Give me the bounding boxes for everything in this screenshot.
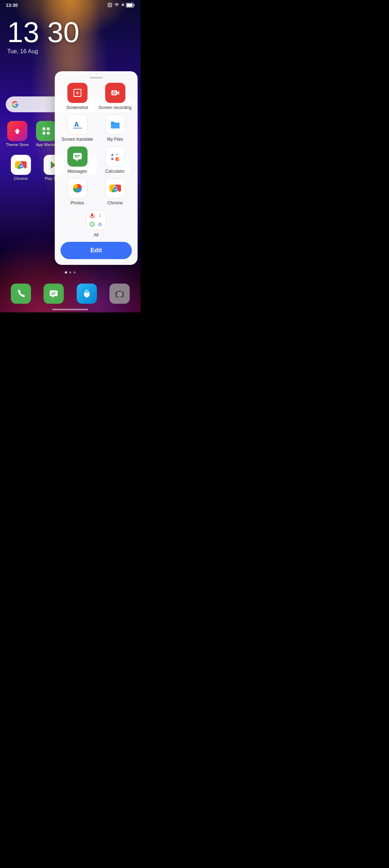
svg-rect-8: [43, 132, 45, 135]
svg-point-60: [114, 187, 117, 190]
popup-screenshot[interactable]: Screenshot: [61, 83, 94, 110]
all-label: All: [94, 232, 98, 238]
svg-rect-5: [15, 132, 19, 133]
chrome-icon: [11, 155, 31, 175]
svg-rect-61: [91, 213, 93, 217]
svg-rect-23: [51, 294, 55, 295]
svg-point-25: [85, 290, 88, 293]
all-icon: ⠿ G: [86, 210, 106, 230]
status-bar: 13:30 ✕: [0, 0, 140, 10]
svg-rect-9: [47, 132, 50, 135]
calculator-icon: + − × =: [105, 146, 125, 167]
myfiles-icon: [105, 114, 125, 135]
svg-point-1: [109, 4, 111, 6]
status-icons: ✕: [107, 3, 135, 8]
svg-text:⠿: ⠿: [98, 213, 102, 218]
translate-label: Screen translate: [62, 137, 93, 142]
battery-icon: [126, 3, 135, 8]
chrome-popup-label: Chrome: [107, 200, 123, 205]
phone-icon: [11, 284, 31, 304]
dock: [4, 284, 136, 305]
messages-popup-icon: [67, 146, 88, 167]
svg-rect-51: [75, 155, 80, 156]
nfc-icon: [107, 3, 112, 8]
popup-photos[interactable]: Photos: [61, 178, 94, 205]
clock-date: Tue, 16 Aug: [7, 48, 79, 55]
svg-text:A: A: [74, 121, 79, 128]
app-chrome[interactable]: Chrome: [8, 155, 34, 181]
svg-point-29: [121, 292, 122, 293]
dot-1: [69, 271, 71, 273]
svg-rect-49: [73, 153, 82, 159]
wifi-icon: [114, 3, 120, 8]
dot-0: [65, 271, 67, 273]
translate-icon: A: [67, 114, 88, 135]
calculator-label: Calculator: [105, 169, 125, 174]
google-logo: [12, 101, 19, 108]
x-icon: ✕: [121, 3, 125, 8]
recording-icon: [105, 83, 125, 103]
clock-area: 13 30 Tue, 16 Aug: [7, 18, 79, 55]
popup-myfiles[interactable]: My Files: [98, 114, 132, 142]
screenshot-icon: [67, 83, 88, 103]
svg-rect-3: [134, 4, 135, 6]
clock-display: 13 30: [7, 18, 79, 47]
theme-store-label: Theme Store: [6, 143, 29, 147]
home-indicator: [52, 309, 88, 310]
edit-button[interactable]: Edit: [61, 242, 132, 259]
messages-popup-label: Messages: [67, 169, 87, 174]
svg-rect-52: [75, 157, 79, 157]
svg-rect-22: [51, 293, 56, 293]
svg-marker-21: [52, 296, 54, 298]
app-theme-store[interactable]: Theme Store: [4, 121, 30, 147]
svg-text:G: G: [98, 222, 102, 227]
popup-handle: [90, 77, 103, 78]
dot-2: [73, 271, 76, 273]
popup-all-section: ⠿ G All: [61, 210, 132, 238]
dock-messages[interactable]: [41, 284, 67, 305]
svg-text:×: ×: [111, 156, 114, 162]
popup-panel: Screenshot Screen recording A: [55, 71, 138, 265]
dock-camera[interactable]: [107, 284, 133, 305]
messages-dock-icon: [44, 284, 64, 304]
status-time: 13:30: [6, 3, 18, 8]
popup-calculator[interactable]: + − × = Calculator: [98, 146, 132, 174]
camera-icon: [109, 284, 130, 304]
svg-marker-50: [75, 159, 77, 162]
svg-marker-14: [51, 161, 54, 168]
app-market-label: App Market: [36, 143, 56, 147]
svg-rect-7: [47, 127, 50, 130]
myfiles-label: My Files: [107, 137, 123, 142]
popup-messages[interactable]: Messages: [61, 146, 94, 174]
chrome-popup-icon: [105, 178, 125, 198]
browser-icon: [77, 284, 97, 304]
svg-rect-4: [127, 4, 133, 7]
svg-point-65: [91, 223, 92, 224]
photos-label: Photos: [71, 200, 84, 205]
popup-chrome[interactable]: Chrome: [98, 178, 132, 205]
svg-rect-6: [43, 127, 45, 130]
popup-translate[interactable]: A Screen translate: [61, 114, 94, 142]
popup-grid: Screenshot Screen recording A: [61, 83, 132, 206]
svg-point-28: [119, 293, 121, 295]
app-market-icon: [36, 121, 56, 141]
chrome-label: Chrome: [14, 176, 28, 181]
all-apps-item[interactable]: ⠿ G All: [86, 210, 106, 238]
svg-point-12: [19, 163, 22, 166]
svg-text:=: =: [117, 156, 120, 162]
dock-browser[interactable]: [74, 284, 100, 305]
photos-icon: [67, 178, 88, 198]
page-dots: [65, 271, 76, 273]
screenshot-label: Screenshot: [66, 105, 88, 110]
svg-marker-42: [117, 91, 119, 95]
theme-store-icon: [7, 121, 27, 141]
dock-phone[interactable]: [8, 284, 34, 305]
popup-recording[interactable]: Screen recording: [98, 83, 132, 110]
recording-label: Screen recording: [99, 105, 131, 110]
svg-point-66: [93, 223, 93, 224]
svg-rect-44: [113, 92, 115, 94]
svg-point-64: [90, 222, 94, 226]
svg-rect-48: [111, 123, 120, 128]
